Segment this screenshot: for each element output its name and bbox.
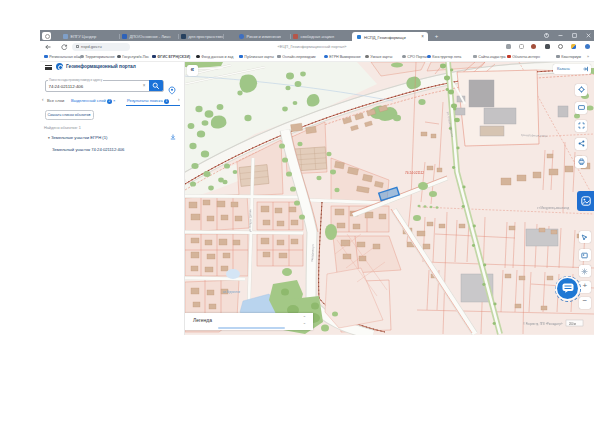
svg-text:ст Мичуринец-машзавод: ст Мичуринец-машзавод [537,206,569,210]
svg-text:оз. Бугристое: оз. Бугристое [223,290,241,294]
svg-text:200 м: 200 м [569,322,576,326]
svg-text:© Росреестр, ППК «Роскадастр»: © Росреестр, ППК «Роскадастр» [523,322,563,326]
svg-text:74:24:021112: 74:24:021112 [405,171,424,175]
svg-text:ул. Клары Цеткин: ул. Клары Цеткин [248,209,252,232]
